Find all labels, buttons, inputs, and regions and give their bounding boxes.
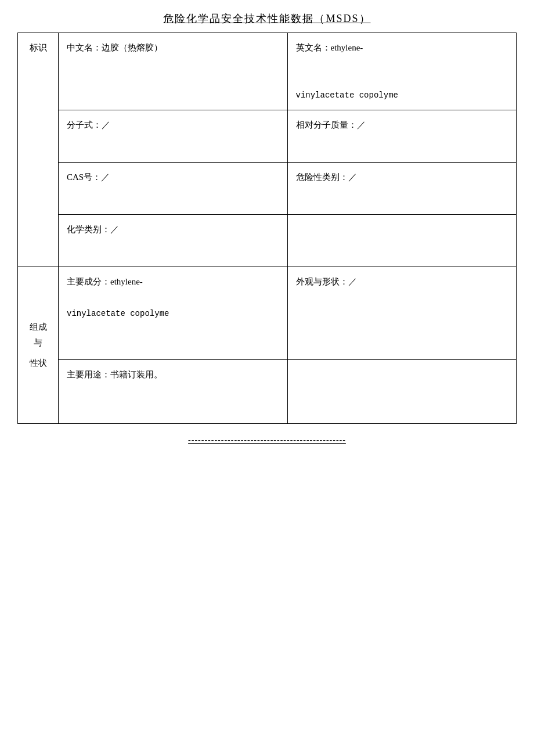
- main-table: 标识 中文名：边胶（热熔胶） 英文名：ethylene- vinylacetat…: [17, 33, 517, 424]
- section-label-line2: 性状: [30, 355, 47, 371]
- chemical-class-text: 化学类别：／: [67, 225, 119, 234]
- english-name-cell: 英文名：ethylene- vinylacetate copolyme: [287, 33, 517, 110]
- hazard-text: 危险性类别：／: [296, 172, 357, 182]
- hazard-cell: 危险性类别：／: [287, 163, 517, 215]
- main-use-text: 主要用途：书籍订装用。: [67, 370, 163, 379]
- main-component-cont: vinylacetate copolyme: [67, 309, 169, 318]
- cas-cell: CAS号：／: [59, 163, 288, 215]
- section-label-composition: 组成与 性状: [18, 267, 59, 424]
- chinese-name-cell: 中文名：边胶（热熔胶）: [59, 33, 288, 110]
- main-use-cell: 主要用途：书籍订装用。: [59, 360, 288, 424]
- main-use-empty-cell: [287, 360, 517, 424]
- molecular-weight-cell: 相对分子质量：／: [287, 110, 517, 163]
- appearance-cell: 外观与形状：／: [287, 267, 517, 360]
- table-row: 分子式：／ 相对分子质量：／: [18, 110, 517, 163]
- english-name-text: 英文名：ethylene-: [296, 43, 363, 52]
- section-label-biaoshi: 标识: [18, 33, 59, 267]
- cas-text: CAS号：／: [67, 172, 110, 182]
- chemical-class-empty-cell: [287, 215, 517, 267]
- chemical-class-cell: 化学类别：／: [59, 215, 288, 267]
- table-row: 组成与 性状 主要成分：ethylene- vinylacetate copol…: [18, 267, 517, 360]
- section-label-line1: 组成与: [26, 319, 50, 351]
- main-component-cell: 主要成分：ethylene- vinylacetate copolyme: [59, 267, 288, 360]
- footer-divider: ----------------------------------------…: [17, 424, 517, 451]
- english-name-cont: vinylacetate copolyme: [296, 91, 398, 100]
- molecular-formula-text: 分子式：／: [67, 120, 110, 129]
- main-component-text: 主要成分：ethylene-: [67, 277, 143, 286]
- table-row: 化学类别：／: [18, 215, 517, 267]
- table-row: CAS号：／ 危险性类别：／: [18, 163, 517, 215]
- table-row: 主要用途：书籍订装用。: [18, 360, 517, 424]
- chinese-name-text: 中文名：边胶（热熔胶）: [67, 43, 163, 52]
- appearance-text: 外观与形状：／: [296, 277, 357, 286]
- molecular-weight-text: 相对分子质量：／: [296, 120, 366, 129]
- molecular-formula-cell: 分子式：／: [59, 110, 288, 163]
- page-title: 危险化学品安全技术性能数据（MSDS）: [17, 12, 517, 26]
- table-row: 标识 中文名：边胶（热熔胶） 英文名：ethylene- vinylacetat…: [18, 33, 517, 110]
